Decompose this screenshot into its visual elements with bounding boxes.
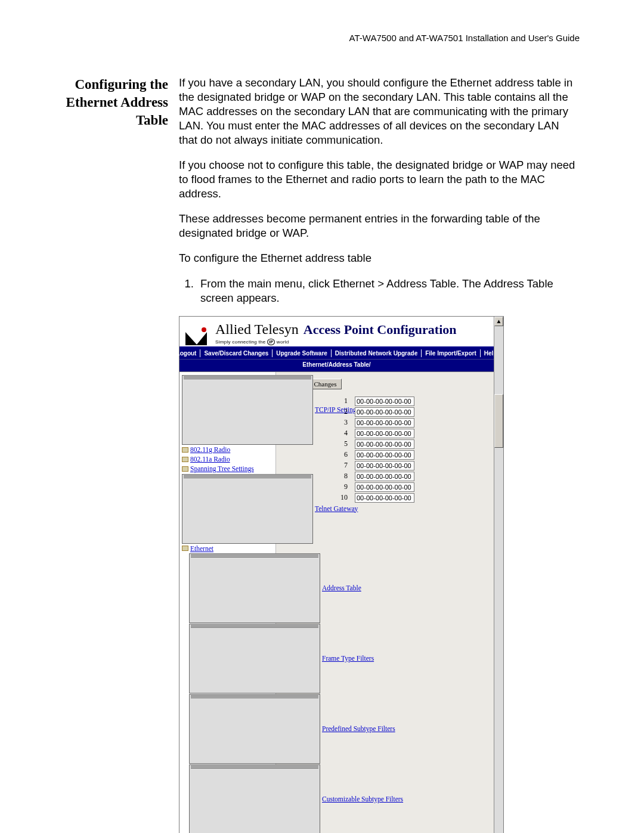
tree-item[interactable]: 802.11a Radio <box>182 454 273 464</box>
tree-item[interactable]: TCP/IP Settings <box>182 374 273 445</box>
tree-link[interactable]: Ethernet <box>190 544 213 553</box>
page-icon <box>189 694 320 764</box>
tree-item[interactable]: Ethernet <box>182 544 273 553</box>
banner: Allied Telesyn Simply connecting the IP … <box>179 317 494 348</box>
tree-item[interactable]: 802.11g Radio <box>182 445 273 454</box>
tree-item[interactable]: Predefined Subtype Filters <box>182 694 273 764</box>
tree-item[interactable]: Telnet Gateway <box>182 473 273 544</box>
mac-row: 6 <box>288 450 488 460</box>
menu-savediscard[interactable]: Save/Discard Changes <box>200 349 273 357</box>
top-menu: Logout Save/Discard Changes Upgrade Soft… <box>179 348 494 359</box>
mac-address-input[interactable] <box>355 472 414 481</box>
paragraph: If you have a secondary LAN, you should … <box>179 76 580 147</box>
mac-address-input[interactable] <box>355 461 414 470</box>
tree-item[interactable]: Spanning Tree Settings <box>182 464 273 473</box>
breadcrumb: Ethernet/Address Table/ <box>179 359 494 371</box>
mac-address-input[interactable] <box>355 493 414 503</box>
tree-link[interactable]: Spanning Tree Settings <box>190 465 254 473</box>
menu-upgrade[interactable]: Upgrade Software <box>273 349 332 357</box>
section-title: Configuring the Ethernet Address Table <box>66 76 179 129</box>
folder-icon <box>182 546 188 551</box>
page-icon <box>182 375 313 445</box>
page-icon <box>189 553 320 623</box>
mac-address-input[interactable] <box>355 397 414 406</box>
menu-distupgrade[interactable]: Distributed Network Upgrade <box>332 349 422 357</box>
scrollbar[interactable]: ▲ ▼ <box>494 317 503 833</box>
tree-link[interactable]: 802.11a Radio <box>190 455 230 464</box>
page-icon <box>182 474 313 544</box>
mac-address-input[interactable] <box>355 418 414 428</box>
menu-fileio[interactable]: File Import/Export <box>422 349 481 357</box>
paragraph: If you choose not to configure this tabl… <box>179 158 580 201</box>
step-item: From the main menu, click Ethernet > Add… <box>197 277 580 305</box>
mac-row: 2 <box>288 407 488 417</box>
mac-row: 4 <box>288 429 488 438</box>
mac-address-input[interactable] <box>355 439 414 449</box>
mac-row-index: 6 <box>288 450 355 460</box>
brand-name: Allied Telesyn <box>215 321 299 337</box>
folder-icon <box>182 457 188 462</box>
mac-row: 1 <box>288 397 488 406</box>
mac-row-index: 7 <box>288 461 355 470</box>
page-icon <box>189 764 320 833</box>
mac-address-input[interactable] <box>355 407 414 417</box>
tree-item[interactable]: Address Table <box>182 553 273 624</box>
mac-row: 5 <box>288 439 488 449</box>
doc-header: AT-WA7500 and AT-WA7501 Installation and… <box>66 33 580 43</box>
mac-row: 3 <box>288 418 488 428</box>
nav-tree: TCP/IP Settings802.11g Radio802.11a Radi… <box>179 372 276 833</box>
tree-item[interactable]: Customizable Subtype Filters <box>182 764 273 833</box>
mac-address-input[interactable] <box>355 482 414 492</box>
tree-item[interactable]: Frame Type Filters <box>182 624 273 694</box>
mac-address-list: 12345678910 <box>288 397 488 503</box>
paragraph: These addresses become permanent entries… <box>179 212 580 240</box>
page-icon <box>189 624 320 693</box>
mac-row: 7 <box>288 461 488 470</box>
mac-address-input[interactable] <box>355 429 414 438</box>
scroll-thumb[interactable] <box>494 394 503 448</box>
page-product-title: Access Point Configuration <box>304 321 457 339</box>
folder-icon <box>182 466 188 472</box>
mac-row: 9 <box>288 482 488 492</box>
mac-row: 10 <box>288 493 488 503</box>
scroll-up-button[interactable]: ▲ <box>494 317 503 326</box>
brand-tagline: Simply connecting the IP world <box>215 339 299 345</box>
menu-logout[interactable]: Logout <box>173 349 201 357</box>
tree-link[interactable]: 802.11g Radio <box>190 445 230 454</box>
mac-row: 8 <box>288 472 488 481</box>
paragraph: To configure the Ethernet address table <box>179 251 580 265</box>
logo-icon <box>185 327 209 345</box>
config-screenshot: ▲ ▼ Allied Telesyn Simply conn <box>179 316 504 833</box>
mac-address-input[interactable] <box>355 450 414 460</box>
folder-icon <box>182 447 188 453</box>
